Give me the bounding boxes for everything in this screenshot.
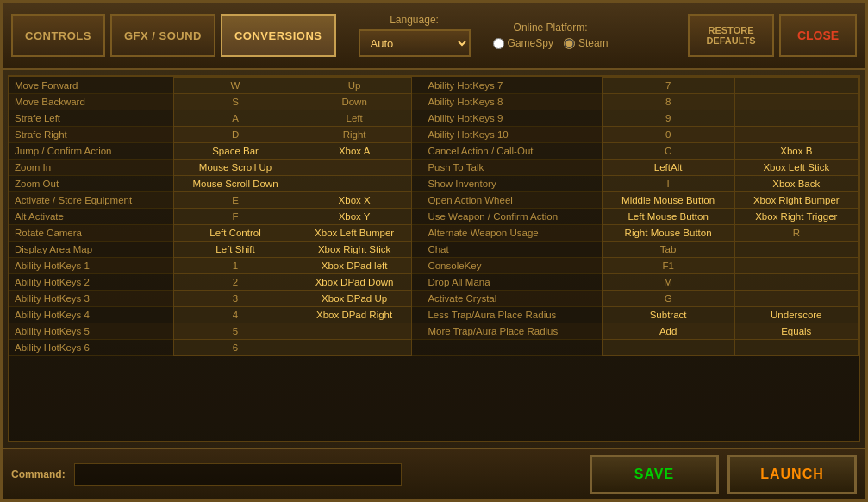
separator (412, 143, 423, 160)
key-cell[interactable]: Left Mouse Button (602, 209, 734, 225)
save-button[interactable]: SAVE (590, 455, 719, 494)
key-cell[interactable]: Xbox B (734, 143, 858, 160)
key-cell[interactable]: Space Bar (174, 143, 297, 160)
action-label: Ability HotKeys 2 (9, 274, 174, 291)
key-cell[interactable]: 6 (174, 340, 297, 356)
key-cell[interactable] (734, 110, 858, 127)
key-cell[interactable]: 1 (174, 258, 297, 274)
key-cell[interactable]: Xbox Back (734, 176, 858, 192)
key-cell[interactable] (734, 291, 858, 307)
key-cell[interactable]: Xbox Left Bumper (297, 225, 412, 242)
key-cell[interactable]: A (174, 110, 297, 127)
key-cell[interactable]: F1 (602, 258, 734, 274)
main-window: CONTROLS GFX / SOUND CONVERSIONS Languag… (0, 0, 868, 502)
key-cell[interactable]: C (602, 143, 734, 160)
key-cell[interactable]: 2 (174, 274, 297, 291)
key-cell[interactable] (297, 340, 412, 356)
key-cell[interactable] (297, 176, 412, 192)
key-cell[interactable]: R (734, 225, 858, 242)
tab-gfx-sound[interactable]: GFX / SOUND (110, 14, 215, 57)
key-cell[interactable]: S (174, 94, 297, 110)
key-cell[interactable]: F (174, 209, 297, 225)
action-label: Activate / Store Equipment (9, 192, 174, 209)
key-cell[interactable]: 5 (174, 323, 297, 340)
key-cell[interactable]: 7 (602, 78, 734, 94)
key-cell[interactable]: Xbox DPad left (297, 258, 412, 274)
key-cell[interactable]: LeftAlt (602, 160, 734, 176)
key-cell[interactable]: Left (297, 110, 412, 127)
key-cell[interactable]: Up (297, 78, 412, 94)
key-cell[interactable]: Xbox DPad Up (297, 291, 412, 307)
key-cell[interactable]: Middle Mouse Button (602, 192, 734, 209)
language-label: Language: (390, 14, 439, 26)
key-cell[interactable] (734, 340, 858, 356)
key-cell[interactable]: Xbox Right Stick (297, 242, 412, 258)
key-cell[interactable]: Tab (602, 242, 734, 258)
platform-gamespy[interactable]: GameSpy (493, 37, 553, 49)
action-label: Less Trap/Aura Place Radius (422, 307, 602, 323)
action-label: Open Action Wheel (422, 192, 602, 209)
key-cell[interactable] (734, 258, 858, 274)
key-cell[interactable]: G (602, 291, 734, 307)
key-cell[interactable]: Mouse Scroll Down (174, 176, 297, 192)
key-cell[interactable]: Down (297, 94, 412, 110)
key-cell[interactable]: 0 (602, 127, 734, 143)
language-select[interactable]: Auto English French German (359, 29, 471, 57)
separator (412, 160, 423, 176)
tab-conversions[interactable]: CONVERSIONS (221, 14, 336, 57)
action-label: Display Area Map (9, 242, 174, 258)
action-label: Cancel Action / Call-Out (422, 143, 602, 160)
key-cell[interactable] (734, 274, 858, 291)
key-cell[interactable]: Right (297, 127, 412, 143)
key-cell[interactable]: Xbox A (297, 143, 412, 160)
platform-label: Online Platform: (514, 22, 588, 34)
separator (412, 258, 423, 274)
key-cell[interactable]: Mouse Scroll Up (174, 160, 297, 176)
key-cell[interactable]: Right Mouse Button (602, 225, 734, 242)
key-cell[interactable] (602, 340, 734, 356)
key-cell[interactable]: Xbox Right Trigger (734, 209, 858, 225)
tab-controls[interactable]: CONTROLS (11, 14, 105, 57)
action-label: More Trap/Aura Place Radius (422, 323, 602, 340)
key-cell[interactable]: 9 (602, 110, 734, 127)
close-button[interactable]: CLOSE (779, 14, 857, 57)
action-label: Ability HotKeys 1 (9, 258, 174, 274)
table-row: Activate / Store EquipmentEXbox XOpen Ac… (9, 192, 859, 209)
key-cell[interactable]: 3 (174, 291, 297, 307)
launch-button[interactable]: LAUNCH (727, 455, 857, 494)
key-cell[interactable]: Equals (734, 323, 858, 340)
separator (412, 323, 423, 340)
action-label: Strafe Left (9, 110, 174, 127)
action-label: Zoom In (9, 160, 174, 176)
platform-steam[interactable]: Steam (564, 37, 609, 49)
key-cell[interactable]: Underscore (734, 307, 858, 323)
key-cell[interactable]: Xbox Left Stick (734, 160, 858, 176)
key-cell[interactable]: Xbox X (297, 192, 412, 209)
key-cell[interactable] (297, 160, 412, 176)
key-cell[interactable]: Xbox Y (297, 209, 412, 225)
table-row: Move BackwardSDownAbility HotKeys 88 (9, 94, 859, 110)
key-cell[interactable]: Xbox Right Bumper (734, 192, 858, 209)
key-cell[interactable]: D (174, 127, 297, 143)
key-cell[interactable]: I (602, 176, 734, 192)
key-cell[interactable]: Subtract (602, 307, 734, 323)
key-cell[interactable]: Add (602, 323, 734, 340)
key-cell[interactable]: E (174, 192, 297, 209)
key-cell[interactable]: Xbox DPad Right (297, 307, 412, 323)
key-cell[interactable] (734, 242, 858, 258)
key-cell[interactable]: Left Control (174, 225, 297, 242)
key-cell[interactable]: 8 (602, 94, 734, 110)
table-row: Zoom OutMouse Scroll DownShow InventoryI… (9, 176, 859, 192)
restore-defaults-button[interactable]: RESTORE DEFAULTS (688, 14, 774, 57)
key-cell[interactable]: M (602, 274, 734, 291)
key-cell[interactable]: Xbox DPad Down (297, 274, 412, 291)
key-cell[interactable] (734, 78, 858, 94)
command-input[interactable] (74, 463, 402, 486)
key-cell[interactable]: W (174, 78, 297, 94)
key-cell[interactable] (734, 127, 858, 143)
key-cell[interactable]: 4 (174, 307, 297, 323)
key-cell[interactable] (734, 94, 858, 110)
key-cell[interactable] (297, 323, 412, 340)
key-cell[interactable]: Left Shift (174, 242, 297, 258)
separator (412, 110, 423, 127)
